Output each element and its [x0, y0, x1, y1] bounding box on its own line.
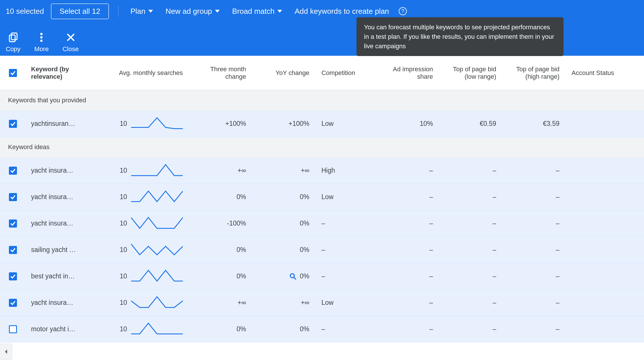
col-competition[interactable]: Competition	[316, 66, 379, 80]
cell-three-month: 0%	[190, 242, 253, 257]
cell-bid-low: –	[440, 322, 503, 336]
broad-match-dropdown[interactable]: Broad match	[229, 5, 285, 18]
table-row[interactable]: best yacht in… 10 0% 0% – – – –	[0, 263, 644, 290]
col-three-month[interactable]: Three month change	[190, 62, 253, 84]
cell-three-month: +∞	[190, 163, 253, 178]
col-keyword[interactable]: Keyword (by relevance)	[26, 62, 89, 84]
cell-impression-share: –	[379, 322, 440, 336]
col-yoy[interactable]: YoY change	[253, 66, 316, 80]
row-checkbox[interactable]	[9, 299, 17, 307]
cell-bid-low: –	[440, 216, 503, 231]
help-icon[interactable]: ?	[399, 7, 407, 15]
cell-searches: 10	[120, 325, 127, 333]
more-button[interactable]: More	[34, 31, 49, 53]
svg-point-4	[40, 40, 43, 42]
table-header-row: Keyword (by relevance) Avg. monthly sear…	[0, 56, 644, 90]
close-button[interactable]: Close	[62, 31, 78, 53]
cell-impression-share: –	[379, 190, 440, 204]
cell-account-status	[566, 120, 632, 127]
row-checkbox[interactable]	[9, 272, 17, 280]
col-bid-high[interactable]: Top of page bid (high range)	[503, 62, 566, 84]
cell-competition: Low	[316, 295, 379, 310]
svg-point-2	[40, 33, 43, 35]
cell-searches: 10	[120, 272, 127, 280]
cell-impression-share: –	[379, 163, 440, 178]
row-checkbox[interactable]	[9, 167, 17, 175]
cell-impression-share: –	[379, 242, 440, 257]
cell-searches: 10	[120, 246, 127, 254]
col-avg-searches[interactable]: Avg. monthly searches	[89, 66, 190, 80]
cell-impression-share: –	[379, 269, 440, 284]
selected-count: 10 selected	[6, 7, 44, 16]
table-row[interactable]: yacht insura… 10 -100% 0% – – – –	[0, 210, 644, 237]
sparkline-icon	[131, 269, 183, 283]
copy-button[interactable]: Copy	[6, 31, 20, 53]
cell-keyword: yacht insura…	[26, 295, 89, 310]
sparkline-icon	[131, 296, 183, 310]
row-checkbox[interactable]	[9, 120, 17, 128]
svg-point-3	[40, 36, 43, 38]
table-row[interactable]: sailing yacht … 10 0% 0% – – – –	[0, 237, 644, 263]
cell-account-status	[566, 194, 632, 201]
cell-three-month: +∞	[190, 295, 253, 310]
new-ad-group-label: New ad group	[166, 7, 212, 16]
cell-keyword: sailing yacht …	[26, 242, 89, 257]
col-impression-share[interactable]: Ad impression share	[379, 62, 440, 84]
table-row[interactable]: yachtinsuran… 10 +100% +100% Low 10% €0.…	[0, 111, 644, 137]
cell-bid-high: –	[503, 190, 566, 204]
cell-searches: 10	[120, 120, 127, 128]
cell-three-month: -100%	[190, 216, 253, 231]
sparkline-icon	[131, 243, 183, 257]
table-row[interactable]: yacht insura… 10 +∞ +∞ High – – –	[0, 157, 644, 184]
cell-yoy: 0%	[253, 269, 316, 284]
col-bid-low[interactable]: Top of page bid (low range)	[440, 62, 503, 84]
cell-three-month: 0%	[190, 269, 253, 284]
cell-bid-low: –	[440, 190, 503, 204]
row-checkbox[interactable]	[9, 193, 17, 201]
row-checkbox[interactable]	[9, 219, 17, 228]
cell-bid-low: –	[440, 242, 503, 257]
cell-impression-share: –	[379, 216, 440, 231]
col-account-status[interactable]: Account Status	[566, 66, 632, 80]
close-icon	[64, 31, 77, 44]
cell-account-status	[566, 273, 632, 280]
table-row[interactable]: motor yacht i… 10 0% 0% – – – –	[0, 316, 644, 342]
cell-keyword: yacht insura…	[26, 190, 89, 204]
new-ad-group-dropdown[interactable]: New ad group	[163, 5, 223, 18]
row-checkbox[interactable]	[9, 325, 17, 333]
copy-label: Copy	[6, 45, 20, 53]
select-all-button[interactable]: Select all 12	[51, 3, 109, 19]
cell-bid-high: –	[503, 242, 566, 257]
select-all-checkbox[interactable]	[9, 69, 17, 77]
cell-bid-high: –	[503, 269, 566, 284]
cell-yoy: +∞	[253, 295, 316, 310]
cell-bid-high: –	[503, 163, 566, 178]
cell-yoy: 0%	[253, 322, 316, 336]
sparkline-icon	[131, 164, 183, 178]
cell-yoy: +100%	[253, 116, 316, 131]
cell-yoy: +∞	[253, 163, 316, 178]
plan-dropdown[interactable]: Plan	[128, 5, 156, 18]
sparkline-icon	[131, 322, 183, 336]
section-provided: Keywords that you provided	[0, 90, 644, 111]
sparkline-icon	[131, 190, 183, 204]
section-ideas: Keyword ideas	[0, 137, 644, 157]
cell-impression-share: 10%	[379, 116, 440, 131]
cell-account-status	[566, 220, 632, 227]
search-icon[interactable]	[289, 272, 297, 280]
cell-keyword: yacht insura…	[26, 163, 89, 178]
cell-bid-high: –	[503, 216, 566, 231]
table-row[interactable]: yacht insura… 10 0% 0% Low – – –	[0, 184, 644, 210]
add-keywords-button[interactable]: Add keywords to create plan	[292, 5, 392, 18]
cell-competition: Low	[316, 190, 379, 204]
cell-bid-low: –	[440, 163, 503, 178]
cell-yoy: 0%	[253, 216, 316, 231]
svg-rect-0	[11, 33, 17, 40]
table-row[interactable]: yacht insura… 10 +∞ +∞ Low – – –	[0, 290, 644, 316]
cell-yoy: 0%	[253, 242, 316, 257]
cell-account-status	[566, 167, 632, 174]
sparkline-icon	[131, 217, 183, 230]
cell-competition: –	[316, 322, 379, 336]
row-checkbox[interactable]	[9, 246, 17, 254]
cell-bid-low: –	[440, 269, 503, 284]
